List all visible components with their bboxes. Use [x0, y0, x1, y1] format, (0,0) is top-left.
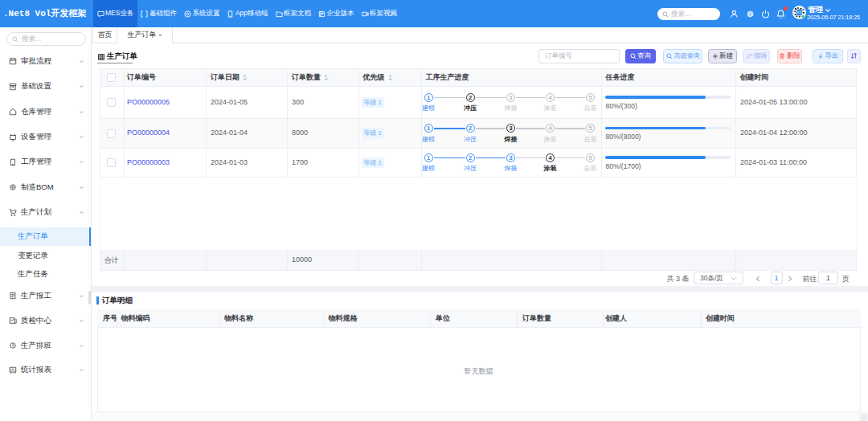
svg-text:VOL: VOL	[796, 11, 802, 14]
